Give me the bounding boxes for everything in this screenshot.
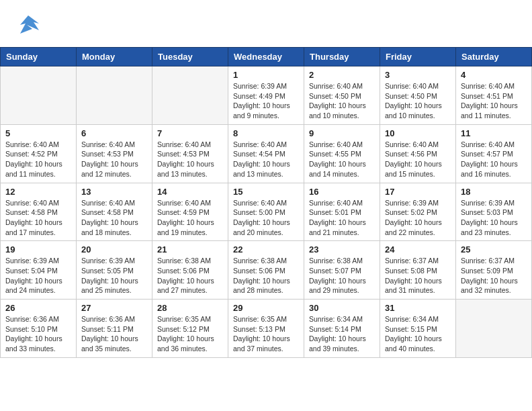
calendar-week-row: 1Sunrise: 6:39 AMSunset: 4:49 PMDaylight… <box>1 66 532 125</box>
day-number: 15 <box>233 187 299 197</box>
day-number: 7 <box>157 128 223 138</box>
day-number: 18 <box>461 187 527 197</box>
calendar-week-row: 12Sunrise: 6:40 AMSunset: 4:58 PMDayligh… <box>1 183 532 241</box>
calendar-day-header: Saturday <box>456 48 532 66</box>
calendar-cell: 22Sunrise: 6:38 AMSunset: 5:06 PMDayligh… <box>228 241 304 300</box>
day-info: Sunrise: 6:40 AMSunset: 4:55 PMDaylight:… <box>309 140 375 179</box>
day-number: 11 <box>461 128 527 138</box>
day-info: Sunrise: 6:39 AMSunset: 4:49 PMDaylight:… <box>233 81 299 121</box>
day-info: Sunrise: 6:37 AMSunset: 5:09 PMDaylight:… <box>461 256 527 295</box>
day-number: 28 <box>157 303 223 313</box>
day-info: Sunrise: 6:39 AMSunset: 5:04 PMDaylight:… <box>5 256 71 295</box>
calendar-cell: 2Sunrise: 6:40 AMSunset: 4:50 PMDaylight… <box>304 66 380 125</box>
day-info: Sunrise: 6:37 AMSunset: 5:08 PMDaylight:… <box>385 256 451 295</box>
day-info: Sunrise: 6:40 AMSunset: 4:54 PMDaylight:… <box>233 140 299 179</box>
calendar-cell: 9Sunrise: 6:40 AMSunset: 4:55 PMDaylight… <box>304 124 380 183</box>
calendar-day-header: Monday <box>77 48 152 66</box>
calendar-cell: 17Sunrise: 6:39 AMSunset: 5:02 PMDayligh… <box>380 183 456 241</box>
calendar-cell: 19Sunrise: 6:39 AMSunset: 5:04 PMDayligh… <box>1 241 77 300</box>
calendar-cell: 29Sunrise: 6:35 AMSunset: 5:13 PMDayligh… <box>228 300 304 358</box>
calendar-day-header: Wednesday <box>228 48 304 66</box>
day-number: 24 <box>385 244 451 255</box>
calendar-cell: 26Sunrise: 6:36 AMSunset: 5:10 PMDayligh… <box>1 300 77 358</box>
day-number: 5 <box>5 128 71 138</box>
calendar-table: SundayMondayTuesdayWednesdayThursdayFrid… <box>0 47 532 358</box>
day-info: Sunrise: 6:40 AMSunset: 4:58 PMDaylight:… <box>5 198 71 238</box>
day-number: 27 <box>81 303 147 313</box>
day-number: 20 <box>81 244 147 255</box>
day-info: Sunrise: 6:40 AMSunset: 4:53 PMDaylight:… <box>157 140 223 179</box>
day-number: 26 <box>5 303 71 313</box>
day-info: Sunrise: 6:40 AMSunset: 4:53 PMDaylight:… <box>81 140 147 179</box>
day-number: 23 <box>309 244 375 255</box>
calendar-cell: 5Sunrise: 6:40 AMSunset: 4:52 PMDaylight… <box>1 124 77 183</box>
calendar-header-row: SundayMondayTuesdayWednesdayThursdayFrid… <box>1 48 532 66</box>
day-info: Sunrise: 6:39 AMSunset: 5:05 PMDaylight:… <box>81 256 147 295</box>
day-number: 12 <box>5 187 71 197</box>
calendar-week-row: 5Sunrise: 6:40 AMSunset: 4:52 PMDaylight… <box>1 124 532 183</box>
calendar-week-row: 26Sunrise: 6:36 AMSunset: 5:10 PMDayligh… <box>1 300 532 358</box>
day-number: 29 <box>233 303 299 313</box>
calendar-cell: 27Sunrise: 6:36 AMSunset: 5:11 PMDayligh… <box>77 300 152 358</box>
day-info: Sunrise: 6:40 AMSunset: 4:50 PMDaylight:… <box>309 81 375 121</box>
day-number: 19 <box>5 244 71 255</box>
logo <box>13 10 47 40</box>
day-info: Sunrise: 6:40 AMSunset: 5:01 PMDaylight:… <box>309 198 375 238</box>
calendar-cell: 20Sunrise: 6:39 AMSunset: 5:05 PMDayligh… <box>77 241 152 300</box>
day-number: 13 <box>81 187 147 197</box>
day-info: Sunrise: 6:40 AMSunset: 4:58 PMDaylight:… <box>81 198 147 238</box>
calendar-cell: 8Sunrise: 6:40 AMSunset: 4:54 PMDaylight… <box>228 124 304 183</box>
calendar-week-row: 19Sunrise: 6:39 AMSunset: 5:04 PMDayligh… <box>1 241 532 300</box>
day-info: Sunrise: 6:38 AMSunset: 5:06 PMDaylight:… <box>157 256 223 295</box>
calendar-cell: 15Sunrise: 6:40 AMSunset: 5:00 PMDayligh… <box>228 183 304 241</box>
day-number: 16 <box>309 187 375 197</box>
calendar-cell: 10Sunrise: 6:40 AMSunset: 4:56 PMDayligh… <box>380 124 456 183</box>
calendar-cell: 6Sunrise: 6:40 AMSunset: 4:53 PMDaylight… <box>77 124 152 183</box>
day-info: Sunrise: 6:36 AMSunset: 5:11 PMDaylight:… <box>81 314 147 354</box>
day-info: Sunrise: 6:40 AMSunset: 4:57 PMDaylight:… <box>461 140 527 179</box>
calendar-cell: 11Sunrise: 6:40 AMSunset: 4:57 PMDayligh… <box>456 124 532 183</box>
day-number: 14 <box>157 187 223 197</box>
day-info: Sunrise: 6:40 AMSunset: 4:50 PMDaylight:… <box>385 81 451 121</box>
day-number: 30 <box>309 303 375 313</box>
calendar-day-header: Sunday <box>1 48 77 66</box>
calendar-cell: 12Sunrise: 6:40 AMSunset: 4:58 PMDayligh… <box>1 183 77 241</box>
day-number: 25 <box>461 244 527 255</box>
calendar-day-header: Thursday <box>304 48 380 66</box>
calendar-cell: 1Sunrise: 6:39 AMSunset: 4:49 PMDaylight… <box>228 66 304 125</box>
calendar-cell: 24Sunrise: 6:37 AMSunset: 5:08 PMDayligh… <box>380 241 456 300</box>
calendar-cell: 28Sunrise: 6:35 AMSunset: 5:12 PMDayligh… <box>152 300 228 358</box>
calendar-cell: 18Sunrise: 6:39 AMSunset: 5:03 PMDayligh… <box>456 183 532 241</box>
day-number: 31 <box>385 303 451 313</box>
day-number: 21 <box>157 244 223 255</box>
day-info: Sunrise: 6:35 AMSunset: 5:13 PMDaylight:… <box>233 314 299 354</box>
day-info: Sunrise: 6:39 AMSunset: 5:02 PMDaylight:… <box>385 198 451 238</box>
calendar-day-header: Friday <box>380 48 456 66</box>
calendar-cell: 25Sunrise: 6:37 AMSunset: 5:09 PMDayligh… <box>456 241 532 300</box>
logo-icon <box>13 10 44 40</box>
day-info: Sunrise: 6:40 AMSunset: 4:59 PMDaylight:… <box>157 198 223 238</box>
calendar-cell: 23Sunrise: 6:38 AMSunset: 5:07 PMDayligh… <box>304 241 380 300</box>
svg-marker-0 <box>20 15 39 34</box>
day-info: Sunrise: 6:34 AMSunset: 5:15 PMDaylight:… <box>385 314 451 354</box>
day-number: 22 <box>233 244 299 255</box>
day-info: Sunrise: 6:39 AMSunset: 5:03 PMDaylight:… <box>461 198 527 238</box>
calendar-cell: 4Sunrise: 6:40 AMSunset: 4:51 PMDaylight… <box>456 66 532 125</box>
calendar-cell: 21Sunrise: 6:38 AMSunset: 5:06 PMDayligh… <box>152 241 228 300</box>
day-number: 4 <box>461 70 527 80</box>
calendar-cell: 3Sunrise: 6:40 AMSunset: 4:50 PMDaylight… <box>380 66 456 125</box>
calendar-cell <box>1 66 77 125</box>
calendar-day-header: Tuesday <box>152 48 228 66</box>
day-info: Sunrise: 6:40 AMSunset: 4:51 PMDaylight:… <box>461 81 527 121</box>
day-info: Sunrise: 6:35 AMSunset: 5:12 PMDaylight:… <box>157 314 223 354</box>
day-info: Sunrise: 6:40 AMSunset: 4:56 PMDaylight:… <box>385 140 451 179</box>
day-info: Sunrise: 6:34 AMSunset: 5:14 PMDaylight:… <box>309 314 375 354</box>
page-header <box>0 0 532 47</box>
day-number: 6 <box>81 128 147 138</box>
calendar-cell: 7Sunrise: 6:40 AMSunset: 4:53 PMDaylight… <box>152 124 228 183</box>
day-number: 2 <box>309 70 375 80</box>
day-info: Sunrise: 6:36 AMSunset: 5:10 PMDaylight:… <box>5 314 71 354</box>
calendar-cell: 16Sunrise: 6:40 AMSunset: 5:01 PMDayligh… <box>304 183 380 241</box>
calendar-cell <box>152 66 228 125</box>
calendar-cell: 13Sunrise: 6:40 AMSunset: 4:58 PMDayligh… <box>77 183 152 241</box>
